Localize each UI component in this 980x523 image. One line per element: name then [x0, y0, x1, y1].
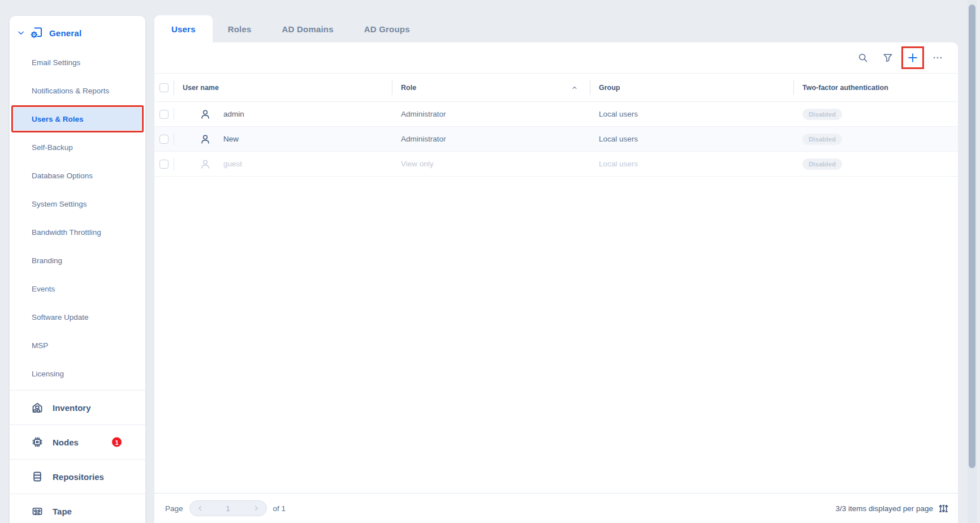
chip-icon	[31, 435, 44, 449]
more-icon	[932, 52, 943, 63]
database-icon	[31, 470, 44, 483]
add-icon	[906, 52, 919, 64]
sidebar-section-repositories[interactable]: Repositories	[10, 459, 145, 494]
search-button[interactable]	[851, 46, 875, 69]
table-row-admin[interactable]: admin Administrator Local users Disabled	[154, 102, 958, 127]
chevron-down-icon[interactable]	[17, 29, 25, 37]
gear-window-icon	[29, 25, 44, 40]
warehouse-icon	[31, 401, 44, 414]
next-page-button[interactable]	[252, 504, 260, 512]
column-header-user-name[interactable]: User name	[174, 80, 392, 95]
tab-roles[interactable]: Roles	[213, 15, 267, 42]
table-row-guest[interactable]: guest View only Local users Disabled	[154, 152, 958, 177]
sidebar-section-inventory[interactable]: Inventory	[10, 390, 145, 425]
column-header-two-factor[interactable]: Two-factor authentication	[793, 80, 958, 95]
sidebar-item-email-settings[interactable]: Email Settings	[10, 48, 145, 76]
sidebar-section-tape[interactable]: Tape	[10, 494, 145, 523]
sidebar-item-events[interactable]: Events	[10, 275, 145, 303]
search-icon	[857, 52, 869, 63]
sidebar-tape-label: Tape	[53, 507, 72, 516]
user-name: admin	[223, 110, 244, 118]
sidebar-item-branding[interactable]: Branding	[10, 246, 145, 275]
sidebar-general-label: General	[49, 28, 81, 38]
filter-button[interactable]	[875, 46, 900, 69]
sidebar-general-items: Email Settings Notifications & Reports U…	[10, 48, 145, 388]
user-group: Local users	[590, 135, 793, 143]
user-role: Administrator	[392, 135, 590, 143]
tab-bar: Users Roles AD Domains AD Groups	[154, 15, 425, 42]
more-button[interactable]	[925, 46, 950, 69]
sidebar-repositories-label: Repositories	[53, 472, 104, 482]
two-factor-status-badge: Disabled	[802, 158, 842, 170]
page-selector: 1	[189, 500, 267, 516]
items-per-page-label: 3/3 items displayed per page	[835, 504, 933, 513]
user-role: Administrator	[392, 110, 590, 118]
page-label: Page	[165, 504, 183, 513]
table-footer: Page 1 of 1 3/3 items displayed per page	[154, 493, 958, 523]
user-name: New	[223, 135, 239, 143]
sidebar-item-self-backup[interactable]: Self-Backup	[10, 133, 145, 161]
users-panel: User name Role Group Two-factor authenti…	[154, 42, 958, 523]
sidebar-item-software-update[interactable]: Software Update	[10, 303, 145, 331]
user-icon	[199, 158, 211, 170]
tape-icon	[31, 504, 44, 518]
filter-icon	[882, 52, 893, 63]
sidebar-item-bandwidth-throttling[interactable]: Bandwidth Throttling	[10, 218, 145, 246]
toolbar	[154, 42, 958, 74]
sidebar-item-msp[interactable]: MSP	[10, 331, 145, 359]
two-factor-status-badge: Disabled	[802, 109, 842, 120]
sidebar: General Email Settings Notifications & R…	[10, 16, 145, 523]
current-page-value[interactable]: 1	[226, 504, 230, 513]
sidebar-section-nodes[interactable]: Nodes 1	[10, 425, 145, 459]
tab-ad-domains[interactable]: AD Domains	[267, 15, 349, 42]
column-header-role[interactable]: Role	[392, 80, 590, 95]
sliders-icon[interactable]	[938, 503, 949, 514]
user-group: Local users	[590, 110, 793, 118]
row-checkbox[interactable]	[159, 160, 169, 169]
column-header-group[interactable]: Group	[590, 80, 793, 95]
select-all-checkbox[interactable]	[159, 83, 169, 92]
row-checkbox[interactable]	[159, 135, 169, 144]
sidebar-item-database-options[interactable]: Database Options	[10, 161, 145, 190]
user-group: Local users	[590, 160, 793, 168]
user-icon	[199, 108, 211, 121]
page-of-label: of 1	[273, 504, 286, 513]
user-role: View only	[392, 160, 590, 168]
sidebar-inventory-label: Inventory	[53, 403, 91, 413]
sidebar-item-system-settings[interactable]: System Settings	[10, 190, 145, 218]
table-row-new[interactable]: New Administrator Local users Disabled	[154, 127, 958, 152]
previous-page-button[interactable]	[196, 504, 204, 512]
add-user-button[interactable]	[900, 46, 925, 69]
sort-ascending-icon[interactable]	[571, 84, 578, 92]
scrollbar-thumb[interactable]	[969, 5, 975, 468]
sidebar-section-general[interactable]: General	[10, 16, 145, 40]
table-header: User name Role Group Two-factor authenti…	[154, 74, 958, 102]
user-icon	[199, 133, 211, 145]
nodes-count-badge: 1	[112, 438, 122, 447]
sidebar-item-notifications-reports[interactable]: Notifications & Reports	[10, 76, 145, 105]
tab-users[interactable]: Users	[154, 15, 213, 42]
row-checkbox[interactable]	[159, 110, 169, 119]
user-name: guest	[223, 160, 242, 168]
two-factor-status-badge: Disabled	[802, 134, 842, 145]
tab-ad-groups[interactable]: AD Groups	[349, 15, 425, 42]
sidebar-item-licensing[interactable]: Licensing	[10, 359, 145, 388]
sidebar-item-users-roles[interactable]: Users & Roles	[14, 108, 141, 130]
sidebar-nodes-label: Nodes	[53, 438, 79, 447]
